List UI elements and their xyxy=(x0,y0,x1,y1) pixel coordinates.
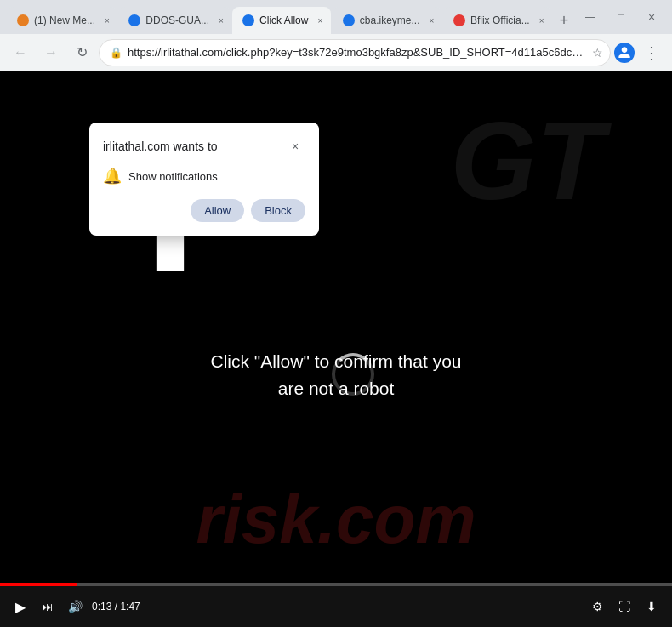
popup-close-button[interactable]: × xyxy=(285,136,305,157)
tab-bar: (1) New Me... × DDOS-GUA... × Click Allo… xyxy=(0,0,672,34)
tab-2-close[interactable]: × xyxy=(214,14,228,27)
tab-3-favicon xyxy=(242,14,254,26)
allow-button[interactable]: Allow xyxy=(191,199,244,222)
tab-4-close[interactable]: × xyxy=(425,14,439,27)
tab-5-favicon xyxy=(453,14,465,26)
tab-4-label: cba.ikeyme... xyxy=(360,14,420,26)
tab-3[interactable]: Click Allow × xyxy=(232,7,331,34)
new-tab-button[interactable]: + xyxy=(553,9,575,32)
tab-4[interactable]: cba.ikeyme... × xyxy=(333,7,441,34)
close-window-button[interactable]: × xyxy=(638,3,665,31)
tab-4-favicon xyxy=(343,14,355,26)
tab-2[interactable]: DDOS-GUA... × xyxy=(118,7,231,34)
video-time: 0:13 / 1:47 xyxy=(92,601,140,613)
address-text: https://irlitathal.com/click.php?key=t3s… xyxy=(128,46,587,59)
video-right-controls: ⚙ ⛶ ⬇ xyxy=(587,600,662,613)
tab-1-label: (1) New Me... xyxy=(34,14,95,26)
tab-2-favicon xyxy=(128,14,140,26)
popup-header: irlitathal.com wants to × xyxy=(103,136,305,157)
back-button[interactable]: ← xyxy=(7,39,34,66)
show-notifications-label: Show notifications xyxy=(128,170,218,183)
bg-logo: GT xyxy=(450,97,604,225)
popup-buttons: Allow Block xyxy=(103,199,305,222)
video-fullscreen-button[interactable]: ⛶ xyxy=(614,600,635,613)
video-next-button[interactable]: ⏭ xyxy=(37,600,58,613)
tab-5[interactable]: Bflix Officia... × xyxy=(443,7,551,34)
address-bar[interactable]: 🔒 https://irlitathal.com/click.php?key=t… xyxy=(99,39,611,66)
chrome-menu-button[interactable]: ⋮ xyxy=(638,39,665,66)
video-volume-button[interactable]: 🔊 xyxy=(65,600,85,613)
tab-3-label: Click Allow xyxy=(259,14,308,26)
video-current-time: 0:13 xyxy=(92,601,111,613)
video-settings-button[interactable]: ⚙ xyxy=(587,600,607,613)
video-controls-bar: ▶ ⏭ 🔊 0:13 / 1:47 ⚙ ⛶ ⬇ xyxy=(0,586,672,627)
forward-button[interactable]: → xyxy=(37,39,65,66)
popup-notification-row: 🔔 Show notifications xyxy=(103,167,305,185)
tab-5-close[interactable]: × xyxy=(535,14,549,27)
page-content: risk.com GT Click "Allow" to confirm tha… xyxy=(0,71,672,627)
notification-permission-popup: irlitathal.com wants to × 🔔 Show notific… xyxy=(89,123,319,236)
browser-window: (1) New Me... × DDOS-GUA... × Click Allo… xyxy=(0,0,672,627)
video-play-button[interactable]: ▶ xyxy=(10,599,31,615)
browser-toolbar: ← → ↻ 🔒 https://irlitathal.com/click.php… xyxy=(0,34,672,71)
profile-button[interactable] xyxy=(614,43,635,63)
loading-spinner xyxy=(332,353,374,396)
tab-5-label: Bflix Officia... xyxy=(470,14,530,26)
block-button[interactable]: Block xyxy=(251,199,305,222)
tab-2-label: DDOS-GUA... xyxy=(145,14,209,26)
lock-icon: 🔒 xyxy=(110,47,122,59)
tab-1[interactable]: (1) New Me... × xyxy=(7,7,117,34)
tab-1-close[interactable]: × xyxy=(100,14,114,27)
video-download-button[interactable]: ⬇ xyxy=(641,600,662,613)
tab-3-close[interactable]: × xyxy=(313,14,327,27)
tab-1-favicon xyxy=(17,14,29,26)
minimize-button[interactable]: — xyxy=(577,3,604,31)
watermark-text: risk.com xyxy=(196,481,476,559)
maximize-button[interactable]: □ xyxy=(607,3,635,31)
bookmark-star-icon[interactable]: ☆ xyxy=(592,46,603,60)
video-total-time: 1:47 xyxy=(120,601,140,613)
popup-title: irlitathal.com wants to xyxy=(103,140,218,153)
bell-icon: 🔔 xyxy=(103,167,122,185)
reload-button[interactable]: ↻ xyxy=(68,39,95,66)
